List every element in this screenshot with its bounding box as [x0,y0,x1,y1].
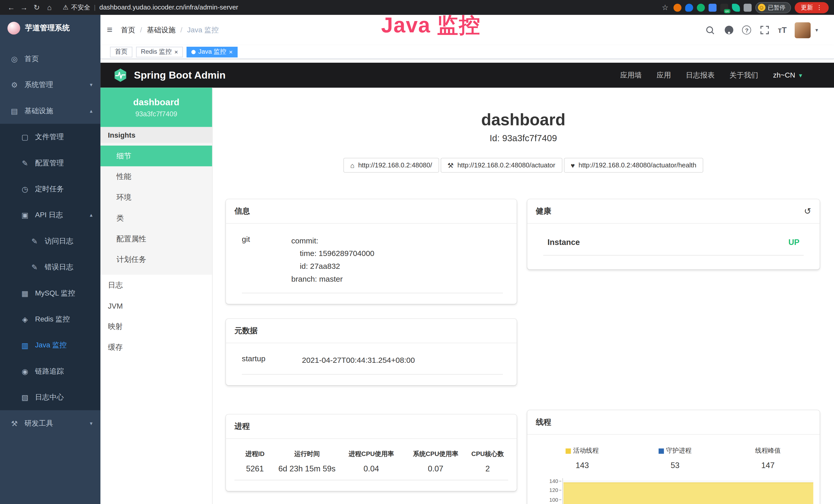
fullscreen-icon[interactable] [759,25,770,35]
reload-icon[interactable]: ↻ [31,2,43,13]
active-tab-dot [191,49,196,54]
bookmark-star-icon[interactable]: ☆ [662,3,668,12]
sba-menu-caches[interactable]: 缓存 [101,337,212,358]
help-icon[interactable]: ? [742,25,751,35]
close-icon[interactable]: × [229,48,233,55]
extension-icon[interactable] [685,3,693,11]
wrench-icon: ⚒ [447,161,454,169]
breadcrumb-item-home[interactable]: 首页 [121,25,135,35]
sidebar-item-trace[interactable]: ◉ 链路追踪 [0,358,101,384]
paused-label: 已暂停 [768,3,785,11]
sidebar-item-api-log[interactable]: ▣ API 日志 ▴ [0,202,101,228]
sba-menu-classes[interactable]: 类 [101,208,212,229]
monitor-icon: ▤ [10,107,19,115]
sba-sidebar: dashboard 93a3fc7f7409 Insights 细节 性能 环境… [101,88,213,504]
sba-frame: Spring Boot Admin 应用墙 应用 日志报表 关于我们 zh~CN… [101,63,834,504]
search-icon[interactable] [705,25,716,35]
threads-chart: 140 120 100 [536,478,814,504]
submenu-infra: ▢ 文件管理 ✎ 配置管理 ◷ 定时任务 ▣ API 日志 ▴ [0,124,101,410]
sba-logo-icon [113,68,128,83]
sba-menu-metrics[interactable]: 性能 [101,166,212,187]
tab-redis-monitor[interactable]: Redis 监控 × [136,46,183,57]
sidebar-item-redis-monitor[interactable]: ◈ Redis 监控 [0,306,101,332]
instance-link-actuator[interactable]: ⚒ http://192.168.0.2:48080/actuator [440,158,562,173]
info-line: time: 1596289704000 [291,247,374,260]
sidebar-item-error-log[interactable]: ✎ 错误日志 [0,254,101,280]
sidebar-item-cron-job[interactable]: ◷ 定时任务 [0,176,101,202]
threads-legend: 活动线程 143 守护进程 [536,446,814,470]
forward-icon[interactable]: → [18,2,30,13]
extension-icon[interactable] [732,3,740,11]
sidebar-item-home[interactable]: ◎ 首页 [0,46,101,72]
live-threads-area [564,482,813,504]
sba-menu-mappings[interactable]: 映射 [101,316,212,337]
extension-icon[interactable] [708,3,716,11]
column-header: 运行时间 [276,450,338,464]
sba-nav: 应用墙 应用 日志报表 关于我们 zh~CN ▾ [620,70,821,80]
sba-nav-wallboard[interactable]: 应用墙 [620,70,642,80]
sidebar-item-dev-tools[interactable]: ⚒ 研发工具 ▾ [0,410,101,436]
sidebar-item-mysql-monitor[interactable]: ▦ MySQL 监控 [0,280,101,306]
sba-nav-journal[interactable]: 日志报表 [686,70,715,80]
column-header: 进程CPU使用率 [338,450,404,464]
instance-link-root[interactable]: ⌂ http://192.168.0.2:48080/ [344,158,439,173]
extensions-puzzle-icon[interactable] [743,3,751,11]
sidebar-item-access-log[interactable]: ✎ 访问日志 [0,228,101,254]
sba-menu-details[interactable]: 细节 [101,145,212,166]
sidebar-item-label: 错误日志 [45,262,73,272]
sidebar-item-java-monitor[interactable]: ▥ Java 监控 [0,332,101,358]
table-row: 5261 6d 23h 15m 59s 0.04 0.07 2 [235,464,508,480]
sba-navbar: Spring Boot Admin 应用墙 应用 日志报表 关于我们 zh~CN… [101,63,834,88]
sidebar-item-config-manage[interactable]: ✎ 配置管理 [0,150,101,176]
sba-menu-jvm[interactable]: JVM [101,296,212,316]
page-subtitle: Id: 93a3fc7f7409 [213,134,834,144]
hamburger-icon[interactable]: ≡ [107,24,112,36]
sba-content: dashboard Id: 93a3fc7f7409 ⌂ http://192.… [213,88,834,504]
security-label: 不安全 [71,3,90,12]
sidebar-item-log-center[interactable]: ▨ 日志中心 [0,384,101,410]
sba-menu-configprops[interactable]: 配置属性 [101,229,212,249]
url-text: dashboard.yudao.iocoder.cn/infra/admin-s… [100,4,238,11]
sba-menu-logfile[interactable]: 日志 [101,275,212,296]
heart-icon: ♥ [571,161,575,169]
tab-home[interactable]: 首页 [110,46,132,57]
sba-menu-scheduled-tasks[interactable]: 计划任务 [101,249,212,270]
insights-group: 细节 性能 环境 类 配置属性 计划任务 [101,143,212,275]
app-logo[interactable]: 芋道管理系统 [0,15,101,41]
tab-java-monitor[interactable]: Java 监控 × [186,46,237,57]
locale-selector[interactable]: zh~CN ▾ [773,71,802,79]
sidebar-item-system[interactable]: ⚙ 系统管理 ▾ [0,72,101,97]
clock-icon: ◷ [21,185,29,193]
legend-label: 活动线程 [573,446,599,456]
legend-value: 143 [536,461,629,469]
profile-paused-badge[interactable]: ☺ 已暂停 [755,2,791,13]
github-icon[interactable] [724,25,734,35]
browser-home-icon[interactable]: ⌂ [44,2,56,13]
font-size-icon[interactable]: тT [778,25,787,35]
tab-label: Java 监控 [198,47,226,56]
instance-link-health[interactable]: ♥ http://192.168.0.2:48080/actuator/heal… [564,158,703,173]
sba-nav-about[interactable]: 关于我们 [729,70,758,80]
extension-icon[interactable] [673,3,681,11]
breadcrumb-item-infra[interactable]: 基础设施 [147,25,176,35]
edit-icon: ✎ [30,263,39,271]
user-avatar[interactable] [795,22,811,38]
card-header: 健康 ↺ [527,199,820,224]
extension-icon[interactable] [697,3,705,11]
extension-icon[interactable]: on [720,3,728,11]
column-header: 系统CPU使用率 [404,450,467,464]
cell-process-cpu: 0.04 [338,464,404,480]
sba-nav-applications[interactable]: 应用 [657,70,671,80]
sba-menu-environment[interactable]: 环境 [101,187,212,208]
logo-avatar [7,22,20,35]
close-icon[interactable]: × [174,48,178,55]
sidebar-item-label: 首页 [24,54,39,63]
history-icon[interactable]: ↺ [804,207,811,215]
sidebar-item-label: 链路追踪 [35,366,64,376]
browser-menu-icon[interactable]: ⋮ [816,4,822,11]
address-bar[interactable]: ⚠ 不安全 | dashboard.yudao.iocoder.cn/infra… [63,3,238,12]
sidebar-item-infra[interactable]: ▤ 基础设施 ▴ [0,98,101,124]
update-button[interactable]: 更新 ⋮ [794,2,829,13]
back-icon[interactable]: ← [5,2,17,13]
sidebar-item-file-manage[interactable]: ▢ 文件管理 [0,124,101,150]
